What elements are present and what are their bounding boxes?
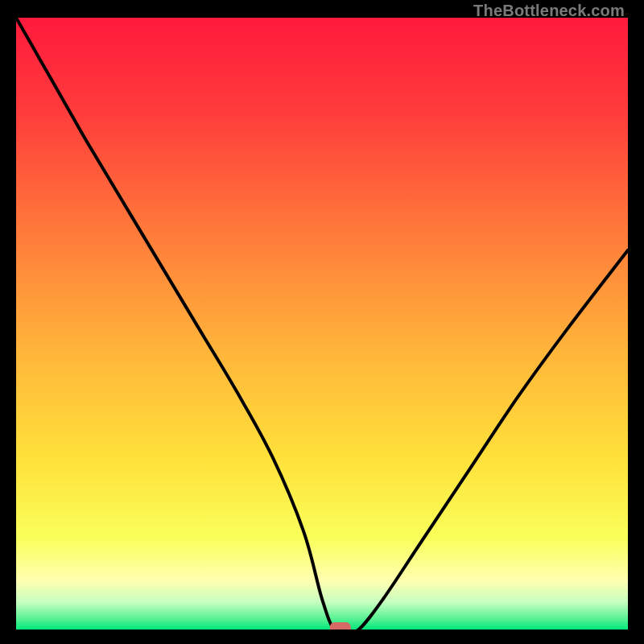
chart-frame (16, 18, 628, 630)
bottleneck-chart (16, 18, 628, 630)
chart-background-gradient (16, 18, 628, 630)
watermark-text: TheBottleneck.com (473, 2, 625, 20)
optimal-marker (330, 622, 351, 630)
